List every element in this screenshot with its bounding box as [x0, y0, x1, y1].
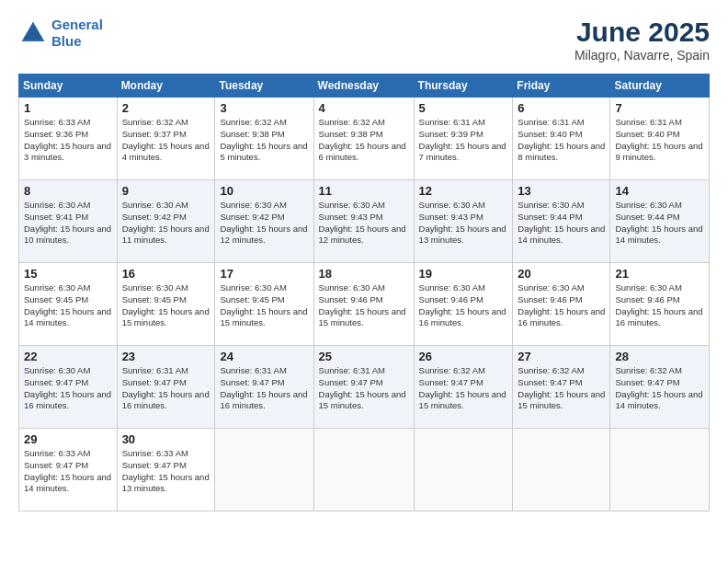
col-header-saturday: Saturday — [610, 75, 710, 98]
calendar-cell: 16 Sunrise: 6:30 AM Sunset: 9:45 PM Dayl… — [117, 263, 215, 346]
sunset-label: Sunset: 9:38 PM — [220, 129, 284, 139]
daylight-label: Daylight: 15 hours and 14 minutes. — [615, 224, 702, 246]
sunrise-label: Sunrise: 6:30 AM — [220, 200, 286, 210]
day-number: 25 — [319, 350, 409, 363]
day-number: 1 — [24, 101, 112, 115]
daylight-label: Daylight: 15 hours and 14 minutes. — [615, 389, 702, 411]
calendar-cell — [513, 429, 610, 511]
day-info: Sunrise: 6:30 AM Sunset: 9:42 PM Dayligh… — [220, 200, 308, 247]
sunset-label: Sunset: 9:43 PM — [419, 212, 483, 222]
title-block: June 2025 Milagro, Navarre, Spain — [574, 17, 710, 63]
day-info: Sunrise: 6:32 AM Sunset: 9:47 PM Dayligh… — [419, 365, 508, 412]
daylight-label: Daylight: 15 hours and 16 minutes. — [220, 389, 307, 411]
calendar-cell: 2 Sunrise: 6:32 AM Sunset: 9:37 PM Dayli… — [117, 98, 215, 180]
main-title: June 2025 — [574, 17, 710, 48]
day-number: 5 — [419, 101, 508, 115]
day-info: Sunrise: 6:33 AM Sunset: 9:36 PM Dayligh… — [24, 117, 112, 164]
col-header-wednesday: Wednesday — [313, 75, 414, 98]
sunset-label: Sunset: 9:45 PM — [220, 294, 284, 304]
calendar-table: SundayMondayTuesdayWednesdayThursdayFrid… — [18, 74, 710, 511]
sunrise-label: Sunrise: 6:33 AM — [24, 117, 90, 127]
sunrise-label: Sunrise: 6:31 AM — [518, 117, 584, 127]
day-info: Sunrise: 6:31 AM Sunset: 9:47 PM Dayligh… — [122, 365, 210, 412]
col-header-friday: Friday — [513, 75, 610, 98]
day-number: 13 — [518, 184, 605, 198]
calendar-cell: 7 Sunrise: 6:31 AM Sunset: 9:40 PM Dayli… — [610, 98, 710, 180]
day-number: 16 — [122, 267, 210, 281]
sunset-label: Sunset: 9:45 PM — [24, 294, 88, 304]
day-number: 29 — [24, 432, 112, 446]
sunset-label: Sunset: 9:45 PM — [122, 294, 187, 304]
calendar-row: 29 Sunrise: 6:33 AM Sunset: 9:47 PM Dayl… — [19, 429, 710, 511]
day-number: 7 — [615, 101, 704, 115]
sunset-label: Sunset: 9:46 PM — [518, 294, 582, 304]
sunset-label: Sunset: 9:38 PM — [319, 129, 383, 139]
col-header-tuesday: Tuesday — [215, 75, 313, 98]
logo-general: General — [51, 17, 103, 32]
day-info: Sunrise: 6:31 AM Sunset: 9:47 PM Dayligh… — [220, 365, 308, 412]
col-header-sunday: Sunday — [19, 75, 118, 98]
day-info: Sunrise: 6:30 AM Sunset: 9:46 PM Dayligh… — [419, 282, 508, 329]
calendar-cell: 25 Sunrise: 6:31 AM Sunset: 9:47 PM Dayl… — [313, 346, 414, 429]
day-number: 11 — [319, 184, 409, 198]
day-number: 22 — [24, 350, 112, 363]
calendar-cell: 11 Sunrise: 6:30 AM Sunset: 9:43 PM Dayl… — [313, 180, 414, 263]
subtitle: Milagro, Navarre, Spain — [574, 48, 710, 63]
sunset-label: Sunset: 9:47 PM — [615, 377, 679, 387]
sunrise-label: Sunrise: 6:30 AM — [319, 282, 385, 293]
daylight-label: Daylight: 15 hours and 14 minutes. — [518, 224, 605, 246]
daylight-label: Daylight: 15 hours and 16 minutes. — [419, 306, 506, 328]
day-number: 3 — [220, 101, 308, 115]
calendar-cell: 18 Sunrise: 6:30 AM Sunset: 9:46 PM Dayl… — [313, 263, 414, 346]
calendar-row: 1 Sunrise: 6:33 AM Sunset: 9:36 PM Dayli… — [19, 98, 710, 180]
day-number: 12 — [419, 184, 508, 198]
daylight-label: Daylight: 15 hours and 15 minutes. — [518, 389, 605, 411]
sunset-label: Sunset: 9:44 PM — [518, 212, 582, 222]
sunset-label: Sunset: 9:43 PM — [319, 212, 383, 222]
sunrise-label: Sunrise: 6:31 AM — [220, 365, 286, 375]
day-info: Sunrise: 6:30 AM Sunset: 9:46 PM Dayligh… — [319, 282, 409, 329]
day-info: Sunrise: 6:30 AM Sunset: 9:46 PM Dayligh… — [615, 282, 704, 329]
sunset-label: Sunset: 9:46 PM — [319, 294, 383, 304]
day-info: Sunrise: 6:30 AM Sunset: 9:47 PM Dayligh… — [24, 365, 112, 412]
daylight-label: Daylight: 15 hours and 8 minutes. — [518, 141, 605, 163]
day-number: 8 — [24, 184, 112, 198]
sunrise-label: Sunrise: 6:30 AM — [419, 200, 485, 210]
calendar-cell: 15 Sunrise: 6:30 AM Sunset: 9:45 PM Dayl… — [19, 263, 118, 346]
calendar-row: 22 Sunrise: 6:30 AM Sunset: 9:47 PM Dayl… — [19, 346, 710, 429]
daylight-label: Daylight: 15 hours and 5 minutes. — [220, 141, 307, 163]
daylight-label: Daylight: 15 hours and 12 minutes. — [220, 224, 307, 246]
sunrise-label: Sunrise: 6:32 AM — [615, 365, 681, 375]
calendar-cell: 6 Sunrise: 6:31 AM Sunset: 9:40 PM Dayli… — [513, 98, 610, 180]
day-number: 9 — [122, 184, 210, 198]
logo-text: General Blue — [51, 17, 103, 50]
day-info: Sunrise: 6:30 AM Sunset: 9:44 PM Dayligh… — [615, 200, 704, 247]
calendar-row: 8 Sunrise: 6:30 AM Sunset: 9:41 PM Dayli… — [19, 180, 710, 263]
sunrise-label: Sunrise: 6:33 AM — [122, 448, 188, 458]
day-info: Sunrise: 6:31 AM Sunset: 9:47 PM Dayligh… — [319, 365, 409, 412]
sunset-label: Sunset: 9:42 PM — [122, 212, 187, 222]
sunrise-label: Sunrise: 6:30 AM — [24, 200, 90, 210]
day-number: 10 — [220, 184, 308, 198]
calendar-header-row: SundayMondayTuesdayWednesdayThursdayFrid… — [19, 75, 710, 98]
calendar-row: 15 Sunrise: 6:30 AM Sunset: 9:45 PM Dayl… — [19, 263, 710, 346]
calendar-cell: 10 Sunrise: 6:30 AM Sunset: 9:42 PM Dayl… — [215, 180, 313, 263]
calendar-cell: 26 Sunrise: 6:32 AM Sunset: 9:47 PM Dayl… — [414, 346, 513, 429]
day-number: 24 — [220, 350, 308, 363]
day-number: 28 — [615, 350, 704, 363]
day-number: 19 — [419, 267, 508, 281]
sunrise-label: Sunrise: 6:30 AM — [220, 282, 286, 293]
sunrise-label: Sunrise: 6:30 AM — [122, 200, 188, 210]
day-info: Sunrise: 6:30 AM Sunset: 9:45 PM Dayligh… — [122, 282, 210, 329]
calendar-cell: 30 Sunrise: 6:33 AM Sunset: 9:47 PM Dayl… — [117, 429, 215, 511]
calendar-cell: 23 Sunrise: 6:31 AM Sunset: 9:47 PM Dayl… — [117, 346, 215, 429]
calendar-cell: 22 Sunrise: 6:30 AM Sunset: 9:47 PM Dayl… — [19, 346, 118, 429]
calendar-cell — [610, 429, 710, 511]
sunrise-label: Sunrise: 6:32 AM — [220, 117, 286, 127]
daylight-label: Daylight: 15 hours and 9 minutes. — [615, 141, 702, 163]
sunrise-label: Sunrise: 6:33 AM — [24, 448, 90, 458]
calendar-cell: 3 Sunrise: 6:32 AM Sunset: 9:38 PM Dayli… — [215, 98, 313, 180]
logo: General Blue — [18, 17, 103, 50]
day-number: 2 — [122, 101, 210, 115]
day-number: 18 — [319, 267, 409, 281]
